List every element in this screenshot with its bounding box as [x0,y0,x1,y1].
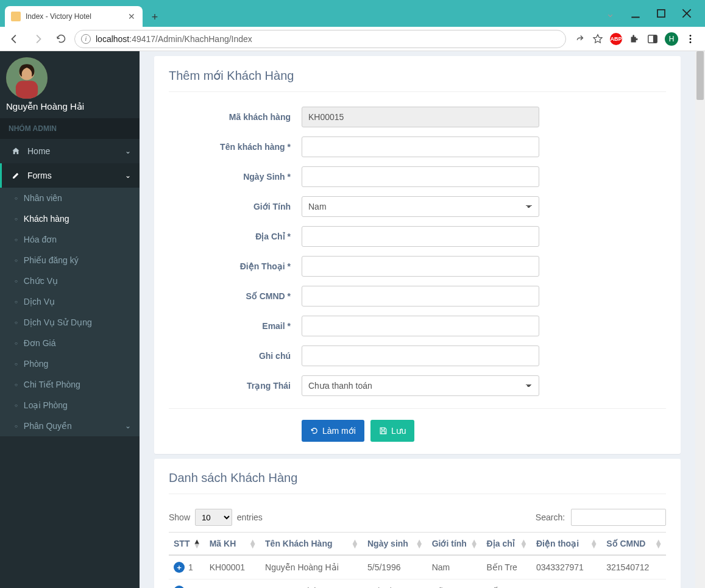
sidebar-item-label: Phòng [24,359,48,369]
bookmark-star-icon[interactable] [592,33,604,45]
svg-rect-9 [16,81,38,99]
status-select[interactable]: Chưa thanh toán [302,375,539,396]
save-icon [379,426,388,436]
table-search-control: Search: [536,509,666,526]
sidebar-subitem[interactable]: Đơn Giá [0,333,140,353]
chevron-down-icon: ⌄ [125,171,131,180]
new-tab-button[interactable]: + [146,9,163,26]
extensions-icon[interactable] [628,33,640,45]
column-header[interactable]: Địa chỉ▲▼ [482,533,531,556]
tab-close-icon[interactable]: ✕ [127,12,136,21]
browser-tab[interactable]: Index - Victory Hotel ✕ [5,6,143,27]
sidebar-item-label: Khách hàng [24,214,69,224]
table-cell: 301382714 [601,579,666,589]
page-size-select[interactable]: 10 [195,509,232,526]
table-cell: +1 [169,555,205,579]
share-icon[interactable] [573,33,586,45]
table-cell: 0343327971 [531,555,601,579]
sidebar-subitem[interactable]: Hóa đơn [0,229,140,250]
email-input[interactable] [302,316,539,336]
dob-input[interactable] [302,166,539,187]
reload-button[interactable] [51,29,71,49]
form-label-ten: Tên khách hàng * [169,142,302,152]
column-header[interactable]: Mã KH▲▼ [205,533,260,556]
sidebar-item-label: Phân Quyền [24,421,72,431]
sidebar-subitem[interactable]: Chức Vụ [0,271,140,291]
sidebar-group-label: NHÓM ADMIN [0,118,140,139]
sort-icon: ▲▼ [416,539,423,548]
sidebar-subitem[interactable]: Chi Tiết Phòng [0,374,140,395]
sidebar-subitem[interactable]: Nhân viên [0,188,140,208]
table-cell: +2 [169,579,205,589]
scrollbar[interactable] [695,51,705,588]
sidepanel-icon[interactable] [647,33,659,45]
sidebar-subitem[interactable]: Khách hàng [0,208,140,229]
idcard-input[interactable] [302,286,539,306]
table-cell: 5/5/1996 [363,555,427,579]
column-header[interactable]: STT▲▼ [169,533,205,556]
svg-rect-3 [653,35,657,43]
sidebar-subitem[interactable]: Phòng [0,353,140,374]
profile-avatar[interactable]: H [665,32,678,46]
sort-icon: ▲▼ [351,539,359,548]
form-label-gioitinh: Giới Tính [169,202,302,211]
table-cell: 0392491249 [531,579,601,589]
sidebar-item-label: Nhân viên [24,193,62,203]
undo-icon [310,426,319,436]
column-header[interactable]: Điện thoại▲▼ [531,533,601,556]
table-cell: 321540712 [601,555,666,579]
sidebar-subitem[interactable]: Dịch Vụ Sử Dụng [0,312,140,333]
table-cell: Nguyễn Hoàng Hải [260,555,363,579]
window-maximize[interactable] [653,5,670,22]
expand-row-button[interactable]: + [174,562,185,573]
sidebar-subitem[interactable]: Phiếu đăng ký [0,250,140,271]
sidebar-subitem[interactable]: Dịch Vụ [0,291,140,312]
form-label-ngaysinh: Ngày Sinh * [169,172,302,182]
form-label-diachi: Địa Chỉ * [169,232,302,241]
form-label-dienthoai: Điện Thoại * [169,261,302,271]
sidebar-item-label: Dịch Vụ Sử Dụng [24,317,92,327]
gender-select[interactable]: Nam [302,196,539,217]
table-cell: Bến Tre [482,555,531,579]
sidebar-item-label: Hóa đơn [24,235,57,244]
sidebar-item-label: Chi Tiết Phòng [24,380,80,389]
tab-title: Index - Victory Hotel [26,12,122,21]
back-button[interactable] [5,29,24,49]
column-header[interactable]: Tên Khách Hàng▲▼ [260,533,363,556]
scrollbar-thumb[interactable] [696,51,704,100]
address-input[interactable] [302,226,539,247]
column-header[interactable]: Giới tính▲▼ [427,533,482,556]
window-minimize[interactable] [627,5,644,22]
save-button[interactable]: Lưu [370,420,415,442]
browser-menu-icon[interactable] [684,33,696,45]
svg-rect-1 [657,10,665,17]
address-bar[interactable]: i localhost:49417/Admin/KhachHang/Index [74,30,566,48]
reset-button[interactable]: Làm mới [302,420,364,442]
sort-icon: ▲▼ [470,539,478,548]
sidebar-item-label: Forms [27,171,52,180]
form-label-cmnd: Số CMND * [169,291,302,301]
table-search-input[interactable] [571,509,666,526]
sidebar-item-label: Dịch Vụ [24,297,55,306]
column-header[interactable]: Ngày sinh▲▼ [363,533,427,556]
user-avatar[interactable] [6,57,48,99]
sidebar-subitem[interactable]: Loại Phòng [0,395,140,416]
abp-extension-icon[interactable]: ABP [610,33,622,45]
site-info-icon[interactable]: i [81,34,91,44]
customer-name-input[interactable] [302,136,539,157]
forward-button[interactable] [28,29,48,49]
user-name: Nguyễn Hoàng Hải [6,101,133,112]
window-close[interactable] [678,5,695,22]
note-input[interactable] [302,345,539,366]
sort-icon: ▲▼ [590,539,598,548]
sidebar-item-home[interactable]: Home ⌄ [0,139,140,163]
expand-row-button[interactable]: + [174,586,185,588]
table-row: +1KH00001Nguyễn Hoàng Hải5/5/1996NamBến … [169,555,666,579]
column-header[interactable]: Số CMND▲▼ [601,533,666,556]
sidebar-item-forms[interactable]: Forms ⌄ [0,163,140,188]
panel-title: Thêm mới Khách Hàng [169,68,666,92]
sidebar-subitem[interactable]: Phân Quyền⌄ [0,416,140,436]
phone-input[interactable] [302,256,539,277]
chevron-down-icon: ⌄ [125,147,131,155]
table-cell: Nam [427,555,482,579]
